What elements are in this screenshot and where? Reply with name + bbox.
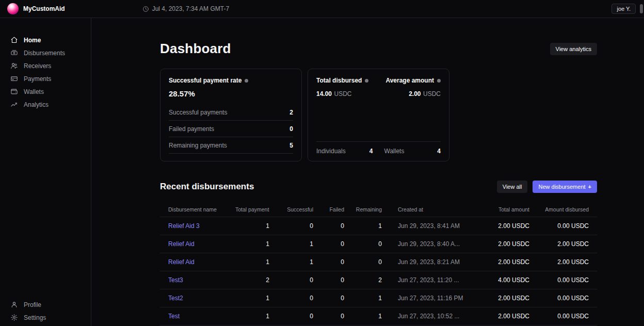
successful-cell: 0 [269, 295, 313, 302]
remaining-cell: 1 [344, 313, 382, 320]
failed-cell: 0 [313, 276, 344, 284]
topbar: MyCustomAid Jul 4, 2023, 7:34 AM GMT-7 j… [0, 0, 644, 18]
receivers-icon [10, 62, 18, 70]
sidebar-item-wallets[interactable]: Wallets [0, 85, 91, 98]
disbursement-link[interactable]: Test2 [168, 295, 183, 302]
info-icon[interactable] [245, 79, 248, 83]
stat-row: Successful payments2 [169, 104, 293, 121]
sidebar-item-label: Analytics [24, 101, 49, 108]
sidebar: HomeDisbursementsReceiversPaymentsWallet… [0, 18, 91, 326]
stat-row: Failed payments0 [169, 121, 293, 137]
total-payments-cell: 1 [235, 258, 269, 266]
page-title: Dashboard [160, 41, 231, 57]
stat-value: 0 [289, 125, 293, 133]
column-header: Created at [382, 206, 470, 213]
profile-icon [10, 301, 18, 308]
amount-disbursed-cell: 2.00 USDC [529, 258, 589, 266]
wallets-icon [10, 88, 18, 95]
stat-row: Remaining payments5 [169, 137, 293, 154]
created-at-cell: Jun 29, 2023, 8:21 AM [382, 258, 470, 266]
stat-label: Failed payments [169, 125, 214, 133]
analytics-icon [10, 101, 18, 108]
column-header: Disbursement name [168, 206, 235, 213]
info-icon[interactable] [365, 79, 368, 83]
total-payments-cell: 1 [235, 313, 269, 320]
disbursed-card: Total disbursed Average amount 14.00 USD… [308, 69, 449, 161]
table-row[interactable]: Relief Aid1100Jun 29, 2023, 8:40 A...2.0… [160, 235, 597, 253]
disbursement-link[interactable]: Test3 [168, 276, 183, 284]
view-analytics-button[interactable]: View analytics [550, 43, 598, 55]
total-amount-cell: 2.00 USDC [470, 295, 529, 302]
datetime-group: Jul 4, 2023, 7:34 AM GMT-7 [142, 5, 229, 12]
user-menu-button[interactable]: joe Y. [611, 4, 636, 14]
column-header: Successful [269, 206, 313, 213]
view-all-button[interactable]: View all [497, 181, 528, 193]
home-icon [10, 36, 18, 44]
stat-label: Remaining payments [169, 142, 227, 149]
successful-cell: 1 [269, 240, 313, 248]
new-disbursement-button[interactable]: New disbursement+ [533, 181, 597, 193]
remaining-cell: 1 [344, 295, 382, 302]
created-at-cell: Jun 29, 2023, 8:41 AM [382, 222, 470, 230]
table-row[interactable]: Relief Aid1100Jun 29, 2023, 8:21 AM2.00 … [160, 253, 597, 271]
payments-icon [10, 75, 18, 83]
amount-disbursed-cell: 0.00 USDC [529, 222, 589, 230]
total-payments-cell: 1 [235, 240, 269, 248]
total-payments-cell: 1 [235, 222, 269, 230]
app-logo[interactable] [7, 3, 19, 14]
main-content: Dashboard View analytics Successful paym… [91, 18, 644, 326]
sidebar-item-settings[interactable]: Settings [0, 311, 91, 324]
failed-cell: 0 [313, 222, 344, 230]
sidebar-item-analytics[interactable]: Analytics [0, 98, 91, 111]
column-header: Remaining [344, 206, 382, 213]
amount-disbursed-cell: 0.00 USDC [529, 313, 589, 320]
disbursements-table: Disbursement nameTotal paymentsSuccessfu… [160, 202, 597, 325]
column-header: Amount disbursed [529, 206, 589, 213]
sidebar-footer: ProfileSettings [0, 298, 91, 324]
sidebar-item-payments[interactable]: Payments [0, 72, 91, 85]
average-amount-value: 2.00 USDC [409, 89, 441, 98]
datetime-label: Jul 4, 2023, 7:34 AM GMT-7 [152, 5, 229, 12]
failed-cell: 0 [313, 240, 344, 248]
sidebar-item-profile[interactable]: Profile [0, 298, 91, 311]
info-icon[interactable] [437, 79, 441, 83]
failed-cell: 0 [313, 313, 344, 320]
disbursement-name-cell: Test [168, 313, 235, 320]
column-header: Failed [313, 206, 344, 213]
sidebar-item-receivers[interactable]: Receivers [0, 59, 91, 72]
total-amount-cell: 2.00 USDC [470, 313, 529, 320]
total-disbursed-title: Total disbursed [316, 77, 362, 84]
remaining-cell: 0 [344, 258, 382, 266]
stat-label: Successful payments [169, 109, 227, 116]
amount-disbursed-cell: 0.00 USDC [529, 295, 589, 302]
individuals-stat: Individuals 4 [316, 148, 373, 155]
disbursement-name-cell: Test3 [168, 276, 235, 284]
table-row[interactable]: Relief Aid 31001Jun 29, 2023, 8:41 AM2.0… [160, 217, 597, 235]
remaining-cell: 2 [344, 276, 382, 284]
total-payments-cell: 2 [235, 276, 269, 284]
sidebar-item-label: Payments [24, 75, 51, 83]
disbursement-link[interactable]: Relief Aid [168, 240, 195, 248]
wallets-stat: Wallets 4 [384, 148, 441, 155]
disbursement-link[interactable]: Relief Aid [168, 258, 195, 266]
disbursement-name-cell: Relief Aid [168, 258, 235, 266]
payment-rate-title: Successful payment rate [169, 77, 242, 84]
app-name: MyCustomAid [23, 5, 65, 12]
table-row[interactable]: Test21001Jun 27, 2023, 11:16 PM2.00 USDC… [160, 289, 597, 307]
sidebar-item-label: Disbursements [24, 50, 65, 57]
remaining-cell: 0 [344, 240, 382, 248]
table-row[interactable]: Test32002Jun 27, 2023, 11:20 ...4.00 USD… [160, 271, 597, 289]
disbursement-link[interactable]: Relief Aid 3 [168, 222, 200, 230]
plus-icon: + [588, 184, 591, 190]
successful-cell: 1 [269, 258, 313, 266]
total-disbursed-value: 14.00 USDC [316, 89, 352, 98]
sidebar-item-home[interactable]: Home [0, 34, 91, 46]
stat-value: 5 [289, 142, 293, 149]
scrollbar-thumb[interactable] [640, 4, 643, 13]
sidebar-item-disbursements[interactable]: Disbursements [0, 46, 91, 59]
table-row[interactable]: Test1001Jun 27, 2023, 10:52 ...2.00 USDC… [160, 307, 597, 325]
sidebar-item-label: Receivers [24, 62, 51, 70]
payment-rate-value: 28.57% [169, 89, 293, 98]
column-header: Total amount [470, 206, 529, 213]
disbursement-link[interactable]: Test [168, 313, 180, 320]
